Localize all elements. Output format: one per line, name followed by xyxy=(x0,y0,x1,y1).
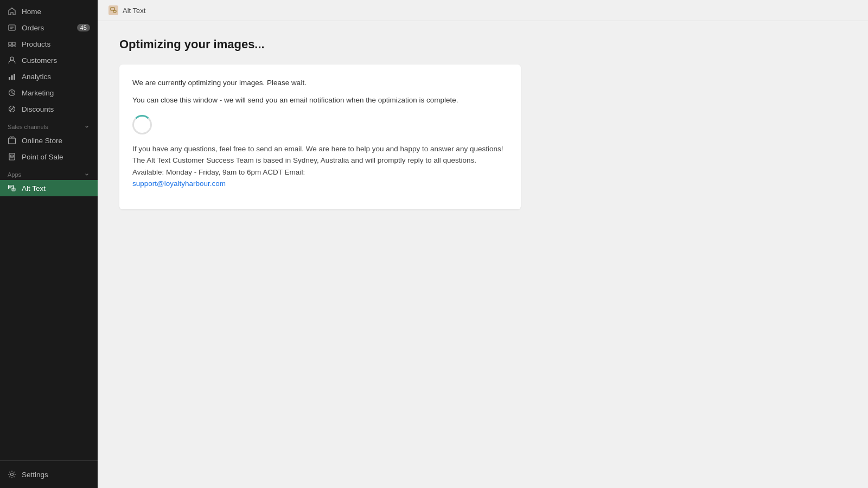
settings-icon xyxy=(8,470,16,479)
card-line1: We are currently optimizing your images.… xyxy=(132,78,508,88)
svg-rect-16 xyxy=(9,138,16,144)
sidebar-item-pos-label: Point of Sale xyxy=(22,153,63,161)
svg-point-7 xyxy=(10,57,14,60)
sidebar-item-analytics[interactable]: Analytics xyxy=(0,68,98,85)
sidebar-item-online-store[interactable]: Online Store xyxy=(0,132,98,149)
sidebar-item-pos[interactable]: Point of Sale xyxy=(0,149,98,165)
sidebar-item-products-label: Products xyxy=(22,40,50,48)
page-title: Optimizing your images... xyxy=(119,37,846,52)
sidebar-item-products[interactable]: Products xyxy=(0,36,98,52)
svg-rect-5 xyxy=(9,46,11,47)
topbar-app-icon xyxy=(108,5,118,15)
products-icon xyxy=(8,40,16,48)
alt-text-app-icon xyxy=(8,184,16,192)
sidebar-footer: Settings xyxy=(0,460,98,488)
sidebar-item-settings-label: Settings xyxy=(22,471,48,479)
sidebar-item-home-label: Home xyxy=(22,8,41,16)
card-info: If you have any questions, feel free to … xyxy=(132,143,508,190)
sidebar-item-marketing[interactable]: Marketing xyxy=(0,85,98,101)
sales-channels-section: Sales channels xyxy=(0,117,98,132)
sidebar-item-customers[interactable]: Customers xyxy=(0,52,98,68)
svg-rect-6 xyxy=(12,46,15,47)
marketing-icon xyxy=(8,88,16,97)
sidebar-item-analytics-label: Analytics xyxy=(22,73,51,81)
sidebar-item-home[interactable]: Home xyxy=(0,3,98,20)
sidebar-item-online-store-label: Online Store xyxy=(22,137,62,145)
svg-rect-9 xyxy=(11,75,13,80)
apps-section: Apps xyxy=(0,165,98,180)
sidebar-item-alt-text[interactable]: Alt Text xyxy=(0,180,98,196)
sidebar-item-discounts[interactable]: Discounts xyxy=(0,101,98,117)
apps-label: Apps xyxy=(8,171,21,178)
svg-rect-10 xyxy=(14,74,15,80)
svg-point-15 xyxy=(12,110,14,111)
card-info-text: If you have any questions, feel free to … xyxy=(132,145,503,176)
apps-expand-icon[interactable] xyxy=(84,171,90,178)
sidebar-item-customers-label: Customers xyxy=(22,56,57,65)
info-card: We are currently optimizing your images.… xyxy=(119,65,521,209)
sales-channels-label: Sales channels xyxy=(8,124,48,130)
orders-icon xyxy=(8,23,16,32)
topbar: Alt Text xyxy=(98,0,868,21)
sidebar-item-orders-label: Orders xyxy=(22,24,44,32)
orders-badge: 45 xyxy=(77,24,90,31)
svg-rect-4 xyxy=(12,42,15,45)
sidebar-item-alt-text-label: Alt Text xyxy=(22,184,46,192)
discounts-icon xyxy=(8,105,16,113)
spinner-container xyxy=(132,115,508,134)
sidebar-item-settings[interactable]: Settings xyxy=(0,466,98,483)
svg-point-14 xyxy=(10,108,11,109)
svg-rect-19 xyxy=(10,155,14,157)
svg-point-25 xyxy=(11,473,14,476)
pos-icon xyxy=(8,152,16,161)
svg-rect-3 xyxy=(9,42,11,45)
online-store-icon xyxy=(8,136,16,145)
sales-channels-expand-icon[interactable] xyxy=(84,124,90,130)
svg-rect-0 xyxy=(9,25,15,30)
svg-rect-27 xyxy=(113,10,116,12)
loading-spinner xyxy=(132,115,152,134)
sidebar-item-orders[interactable]: Orders 45 xyxy=(0,20,98,36)
customers-icon xyxy=(8,56,16,65)
svg-rect-8 xyxy=(9,77,10,80)
content-area: Optimizing your images... We are current… xyxy=(98,21,868,226)
analytics-icon xyxy=(8,72,16,81)
topbar-app-name: Alt Text xyxy=(123,7,145,15)
home-icon xyxy=(8,7,16,16)
svg-rect-26 xyxy=(111,8,114,10)
card-line2: You can close this window - we will send… xyxy=(132,95,508,106)
main-content: Alt Text Optimizing your images... We ar… xyxy=(98,0,868,488)
sidebar-item-discounts-label: Discounts xyxy=(22,105,54,113)
support-email-link[interactable]: support@loyaltyharbour.com xyxy=(132,179,226,188)
sidebar-item-marketing-label: Marketing xyxy=(22,89,54,97)
